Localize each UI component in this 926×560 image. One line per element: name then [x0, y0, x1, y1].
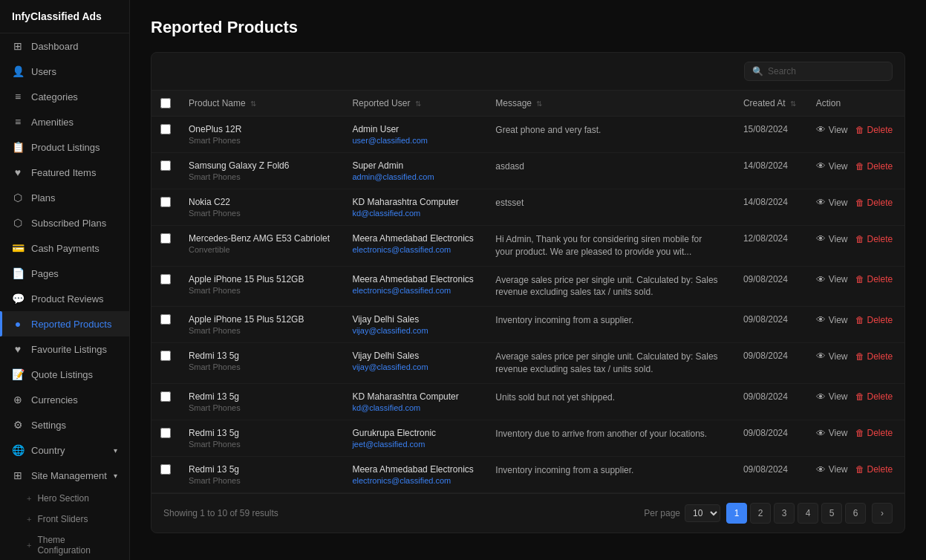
row-actions: 👁 View 🗑 Delete — [807, 383, 904, 420]
view-button[interactable]: 👁 View — [816, 160, 848, 172]
view-button[interactable]: 👁 View — [816, 428, 848, 439]
row-select-checkbox[interactable] — [160, 428, 171, 438]
delete-button[interactable]: 🗑 Delete — [855, 198, 893, 208]
delete-button[interactable]: 🗑 Delete — [855, 464, 893, 475]
sidebar-item-categories[interactable]: ≡ Categories — [0, 84, 129, 109]
sidebar-item-currencies[interactable]: ⊕ Currencies — [0, 387, 129, 412]
row-select-checkbox[interactable] — [160, 314, 171, 325]
search-input[interactable] — [768, 66, 884, 76]
sidebar-item-pages[interactable]: 📄 Pages — [0, 261, 129, 286]
sidebar-item-featured-items[interactable]: ♥ Featured Items — [0, 160, 129, 185]
table-row: Redmi 13 5g Smart Phones KD Maharashtra … — [151, 383, 904, 420]
delete-button[interactable]: 🗑 Delete — [855, 351, 893, 362]
sidebar-item-cash-payments[interactable]: 💳 Cash Payments — [0, 235, 129, 261]
view-button[interactable]: 👁 View — [816, 274, 848, 285]
sidebar-item-settings[interactable]: ⚙ Settings — [0, 412, 129, 437]
country-section-toggle[interactable]: 🌐 Country ▾ — [0, 437, 129, 463]
cash-icon: 💳 — [12, 242, 24, 254]
col-reported-user[interactable]: Reported User ⇅ — [343, 91, 486, 117]
sub-theme-configuration[interactable]: Theme Configuration — [0, 530, 129, 560]
page-button-1[interactable]: 1 — [726, 503, 747, 524]
col-product-name[interactable]: Product Name ⇅ — [180, 91, 343, 117]
sidebar-item-reported-products[interactable]: ● Reported Products — [0, 311, 129, 336]
delete-button[interactable]: 🗑 Delete — [855, 274, 893, 284]
select-all-checkbox[interactable] — [160, 98, 171, 108]
delete-button[interactable]: 🗑 Delete — [855, 161, 893, 172]
view-button[interactable]: 👁 View — [816, 464, 848, 475]
row-user: Meera Ahmedabad Electronics electronics@… — [343, 456, 486, 492]
sidebar-item-dashboard[interactable]: ⊞ Dashboard — [0, 33, 129, 59]
next-page-button[interactable]: › — [872, 503, 893, 524]
view-button[interactable]: 👁 View — [816, 197, 848, 208]
page-button-5[interactable]: 5 — [821, 503, 842, 524]
sidebar-item-quote-listings[interactable]: 📝 Quote Listings — [0, 362, 129, 387]
search-box[interactable]: 🔍 — [744, 62, 893, 81]
reported-icon: ● — [12, 318, 24, 330]
product-listings-icon: 📋 — [12, 141, 24, 153]
per-page-select[interactable]: 10 25 50 — [685, 504, 720, 522]
sidebar-item-product-reviews[interactable]: 💬 Product Reviews — [0, 286, 129, 311]
sidebar-item-label: Reported Products — [31, 319, 111, 330]
table-row: Samsung Galaxy Z Fold6 Smart Phones Supe… — [151, 153, 904, 189]
users-icon: 👤 — [12, 65, 24, 77]
view-button[interactable]: 👁 View — [816, 124, 848, 135]
row-product: Samsung Galaxy Z Fold6 Smart Phones — [180, 153, 343, 189]
page-button-3[interactable]: 3 — [774, 503, 795, 524]
col-message[interactable]: Message ⇅ — [486, 91, 734, 117]
delete-button[interactable]: 🗑 Delete — [855, 315, 893, 325]
col-created-at[interactable]: Created At ⇅ — [734, 91, 807, 117]
country-label: Country — [31, 445, 65, 456]
sidebar-item-users[interactable]: 👤 Users — [0, 59, 129, 84]
view-button[interactable]: 👁 View — [816, 351, 848, 362]
sidebar-item-amenities[interactable]: ≡ Amenities — [0, 109, 129, 134]
row-message: Hi Admin, Thank you for considering sire… — [486, 226, 734, 267]
view-button[interactable]: 👁 View — [816, 391, 848, 403]
row-user: KD Maharashtra Computer kd@classified.co… — [343, 383, 486, 420]
row-checkbox[interactable] — [151, 189, 180, 226]
delete-button[interactable]: 🗑 Delete — [855, 428, 893, 438]
product-category: Smart Phones — [189, 403, 334, 412]
delete-button[interactable]: 🗑 Delete — [855, 125, 893, 135]
message-text: Inventory incoming from a supplier. — [495, 314, 718, 327]
page-button-6[interactable]: 6 — [845, 503, 866, 524]
row-checkbox[interactable] — [151, 117, 180, 153]
page-button-2[interactable]: 2 — [750, 503, 771, 524]
site-management-toggle[interactable]: ⊞ Site Management ▾ — [0, 463, 129, 488]
trash-icon: 🗑 — [855, 161, 864, 172]
row-select-checkbox[interactable] — [160, 464, 171, 475]
view-button[interactable]: 👁 View — [816, 233, 848, 244]
page-button-4[interactable]: 4 — [798, 503, 818, 524]
row-select-checkbox[interactable] — [160, 124, 171, 134]
sub-hero-section[interactable]: Hero Section — [0, 488, 129, 509]
sidebar-item-subscribed-plans[interactable]: ⬡ Subscribed Plans — [0, 210, 129, 235]
row-checkbox[interactable] — [151, 226, 180, 267]
row-checkbox[interactable] — [151, 420, 180, 456]
product-category: Smart Phones — [189, 362, 334, 371]
sidebar-item-product-listings[interactable]: 📋 Product Listings — [0, 134, 129, 160]
row-checkbox[interactable] — [151, 307, 180, 343]
view-button[interactable]: 👁 View — [816, 314, 848, 325]
user-email: vijay@classified.com — [352, 326, 477, 335]
row-select-checkbox[interactable] — [160, 197, 171, 207]
row-checkbox[interactable] — [151, 383, 180, 420]
table-row: Redmi 13 5g Smart Phones Meera Ahmedabad… — [151, 456, 904, 492]
row-checkbox[interactable] — [151, 343, 180, 384]
row-select-checkbox[interactable] — [160, 160, 171, 171]
row-select-checkbox[interactable] — [160, 274, 171, 284]
sidebar-item-plans[interactable]: ⬡ Plans — [0, 185, 129, 210]
row-checkbox[interactable] — [151, 153, 180, 189]
eye-icon: 👁 — [816, 274, 826, 285]
sidebar-item-label: Featured Items — [31, 167, 96, 178]
sub-front-sliders[interactable]: Front Sliders — [0, 509, 129, 530]
row-select-checkbox[interactable] — [160, 391, 171, 402]
delete-button[interactable]: 🗑 Delete — [855, 234, 893, 244]
sidebar-item-favourite-listings[interactable]: ♥ Favourite Listings — [0, 336, 129, 362]
row-select-checkbox[interactable] — [160, 233, 171, 244]
row-checkbox[interactable] — [151, 266, 180, 307]
row-created-at: 14/08/2024 — [734, 189, 807, 226]
row-checkbox[interactable] — [151, 456, 180, 492]
row-select-checkbox[interactable] — [160, 351, 171, 361]
row-actions: 👁 View 🗑 Delete — [807, 226, 904, 267]
delete-button[interactable]: 🗑 Delete — [855, 391, 893, 402]
per-page-selector: Per page 10 25 50 — [644, 504, 720, 522]
